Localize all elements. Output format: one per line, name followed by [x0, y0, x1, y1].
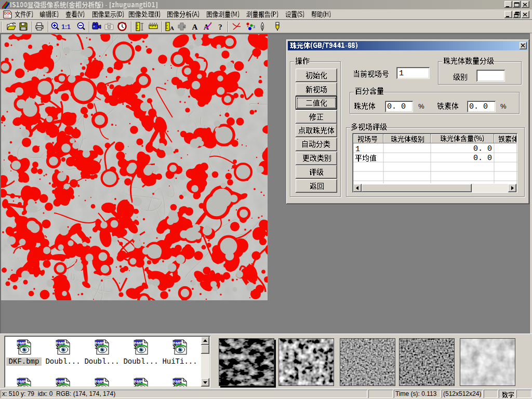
- svg-text:BMP: BMP: [17, 341, 26, 345]
- svg-text:BMP: BMP: [56, 379, 65, 384]
- svg-text:BMP: BMP: [172, 379, 182, 384]
- svg-text:BMP: BMP: [134, 379, 143, 384]
- svg-text:BMP: BMP: [134, 341, 143, 345]
- svg-text:BMP: BMP: [56, 341, 65, 345]
- svg-text:BMP: BMP: [95, 379, 104, 384]
- svg-text:BMP: BMP: [172, 341, 182, 345]
- svg-text:BMP: BMP: [95, 341, 104, 345]
- svg-text:BMP: BMP: [17, 379, 26, 384]
